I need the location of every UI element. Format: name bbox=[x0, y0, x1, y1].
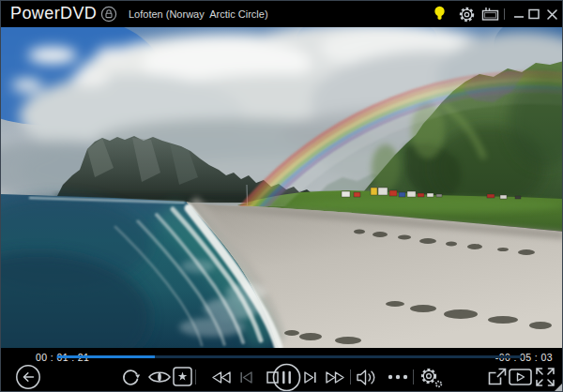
pause-button[interactable] bbox=[272, 363, 301, 392]
app-logo: PowerDVD bbox=[10, 4, 97, 23]
controls-separator bbox=[350, 369, 351, 384]
hint-lightbulb-button[interactable] bbox=[431, 1, 448, 27]
titlebar-separator bbox=[504, 8, 505, 20]
playback-settings-button[interactable] bbox=[418, 366, 444, 389]
speaker-icon bbox=[356, 369, 379, 386]
back-arrow-icon bbox=[15, 364, 41, 390]
title-bar: PowerDVD Lofoten (Norway Arctic Circle) bbox=[1, 1, 562, 27]
pause-icon bbox=[272, 363, 301, 392]
lock-badge-icon bbox=[100, 6, 117, 23]
control-bar: 00 : 01 : 21 -00 : 05 : 03 bbox=[1, 348, 563, 392]
next-icon bbox=[303, 370, 317, 384]
media-title: Lofoten (Norway Arctic Circle) bbox=[129, 8, 268, 20]
fast-forward-icon bbox=[325, 370, 345, 384]
controls-separator bbox=[195, 369, 196, 384]
share-icon bbox=[486, 366, 509, 388]
maximize-button[interactable] bbox=[527, 1, 540, 27]
ellipsis-icon bbox=[388, 374, 408, 380]
minimize-button[interactable] bbox=[512, 1, 525, 27]
fast-forward-button[interactable] bbox=[325, 370, 345, 384]
lightbulb-icon bbox=[433, 5, 447, 23]
close-icon bbox=[546, 8, 558, 21]
eye-icon bbox=[147, 368, 172, 386]
rotate-button[interactable] bbox=[119, 366, 142, 388]
next-button[interactable] bbox=[303, 370, 317, 384]
more-options-button[interactable] bbox=[388, 374, 408, 380]
bookmark-button[interactable] bbox=[173, 367, 192, 386]
volume-button[interactable] bbox=[356, 369, 379, 386]
back-button[interactable] bbox=[15, 364, 41, 390]
previous-icon bbox=[239, 370, 253, 384]
lofoten-scene bbox=[1, 27, 563, 348]
rotate-icon bbox=[119, 366, 142, 388]
progress-fill bbox=[57, 355, 155, 358]
close-button[interactable] bbox=[545, 1, 558, 27]
tv-mode-button[interactable] bbox=[480, 1, 499, 27]
truetheater-button[interactable] bbox=[147, 368, 172, 386]
share-button[interactable] bbox=[486, 366, 509, 388]
rewind-icon bbox=[211, 370, 232, 384]
gear-plus-icon bbox=[418, 366, 444, 389]
video-frame[interactable] bbox=[1, 27, 563, 348]
progress-track[interactable] bbox=[57, 355, 522, 358]
play-to-device-button[interactable] bbox=[508, 367, 533, 387]
resize-grip[interactable] bbox=[554, 383, 563, 392]
star-box-icon bbox=[173, 367, 192, 386]
tv-mode-icon bbox=[481, 7, 499, 22]
powerdvd-window: PowerDVD Lofoten (Norway Arctic Circle) bbox=[0, 0, 563, 392]
rewind-button[interactable] bbox=[211, 370, 232, 384]
maximize-icon bbox=[528, 8, 540, 20]
previous-button[interactable] bbox=[239, 370, 253, 384]
settings-button[interactable] bbox=[457, 1, 476, 27]
minimize-icon bbox=[513, 8, 525, 20]
controls-separator bbox=[413, 369, 414, 384]
gear-icon bbox=[458, 6, 476, 23]
play-to-device-icon bbox=[508, 367, 533, 387]
